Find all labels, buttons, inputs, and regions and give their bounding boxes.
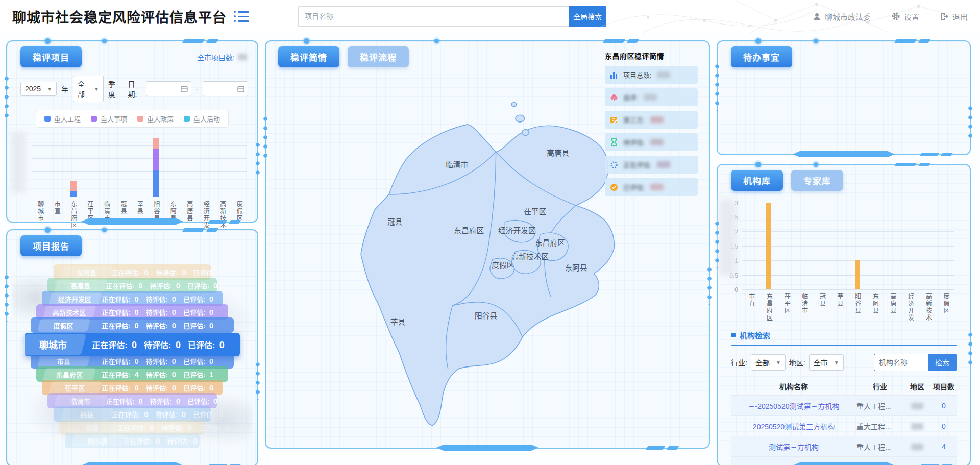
table-row[interactable]: 20250520测试第三方机构重大工程...0	[731, 415, 957, 436]
table-header-row: 机构名称行业地区项目数	[731, 378, 957, 395]
industry-select[interactable]: 全部▼	[751, 354, 786, 371]
x-axis-label: 高唐县	[186, 201, 192, 229]
tab-assessment-brief[interactable]: 稳评简情	[278, 46, 339, 67]
region-report-ribbon[interactable]: 阳谷县正在评估: 0待评估: 0已评估: 0	[65, 433, 200, 448]
org-search-filters: 行业: 全部▼ 地区: 全市▼ 检索	[731, 354, 957, 371]
date-start-input[interactable]	[146, 81, 191, 96]
redacted-y-axis	[11, 132, 26, 193]
global-search-button[interactable]: 全局搜索	[569, 6, 606, 27]
citywide-project-count: 全市项目数:	[197, 52, 247, 62]
bar-chart-icon	[610, 71, 618, 79]
district-label[interactable]: 高新技术区	[511, 253, 549, 261]
loading-icon	[610, 161, 618, 169]
settings-button[interactable]: 设置	[891, 11, 919, 22]
tab-org-library[interactable]: 机构库	[731, 170, 783, 191]
org-industry: 重大工程...	[856, 401, 903, 411]
logout-label: 退出	[952, 11, 968, 22]
org-name-input[interactable]	[874, 354, 928, 371]
user-menu[interactable]: 聊城市政法委	[813, 11, 871, 22]
panel-deco	[968, 104, 972, 143]
x-axis-label: 经济开发	[907, 293, 914, 322]
district-label[interactable]: 茌平区	[524, 208, 546, 216]
panel-todo: 待办事宜	[717, 40, 971, 155]
y-axis-tick: 0	[727, 286, 738, 293]
x-axis-label: 东昌府区	[70, 201, 77, 229]
projects-chart-x-labels: 聊城市市直东昌府区茌平区临清市冠县莘县阳谷县东阿县高唐县经济开发高新技术度假区	[32, 201, 247, 229]
panel-deco	[81, 462, 183, 465]
panel-deco	[707, 265, 712, 305]
org-name-link[interactable]: 20250520测试第三方机构	[731, 421, 856, 431]
tab-assessment-process[interactable]: 稳评流程	[348, 46, 409, 67]
date-label: 日期:	[128, 79, 141, 99]
panel-deco	[263, 114, 267, 163]
project-filters: 2025▼ 年 全部▼ 季度 日期: -	[7, 67, 257, 102]
x-axis-label: 市直	[748, 293, 754, 322]
org-name-link[interactable]: 三-20250520测试第三方机构	[731, 401, 856, 411]
panel-deco	[304, 38, 309, 44]
org-search-button[interactable]: 检索	[928, 354, 957, 371]
x-axis-label: 市直	[53, 201, 60, 229]
date-end-input[interactable]	[203, 81, 248, 96]
region-report-ribbon[interactable]: 聊城市正在评估: 0待评估: 0已评估: 0	[24, 333, 239, 356]
map-islet	[522, 130, 529, 136]
chart-bar	[70, 181, 77, 197]
industry-label: 行业:	[731, 357, 747, 368]
dashboard: 稳评项目 全市项目数: 2025▼ 年 全部▼ 季度 日期: - 重大工程重大	[0, 33, 980, 465]
hourglass-icon	[610, 138, 618, 146]
table-row[interactable]: 测试第三方机构重大工程...4	[731, 436, 957, 456]
search-input[interactable]	[298, 6, 569, 27]
x-axis-label: 东阿县	[169, 201, 176, 229]
hamburger-menu-icon[interactable]	[234, 11, 249, 22]
brief-stat-label: 自评:	[623, 92, 639, 102]
x-axis-label: 冠县	[818, 293, 825, 322]
region-select[interactable]: 全市▼	[809, 354, 844, 371]
chevron-down-icon: ▼	[776, 360, 781, 365]
org-table: 机构名称行业地区项目数三-20250520测试第三方机构重大工程...02025…	[731, 378, 957, 456]
legend-item[interactable]: 重大事项	[91, 114, 127, 124]
brief-stat-label: 第三方:	[623, 115, 645, 125]
table-header-cell: 地区	[903, 381, 931, 391]
org-region-redacted	[903, 443, 931, 451]
x-axis-label: 度假区	[235, 201, 242, 229]
panel-deco	[921, 153, 952, 156]
x-axis-label: 阳谷县	[854, 293, 861, 322]
district-label[interactable]: 高唐县	[547, 149, 569, 157]
chevron-down-icon: ▼	[47, 86, 52, 92]
district-label[interactable]: 临清市	[446, 161, 468, 169]
quarter-suffix: 季度	[108, 79, 120, 99]
x-axis-label: 东阿县	[871, 293, 878, 322]
district-label[interactable]: 度假区	[492, 261, 514, 270]
district-label[interactable]: 冠县	[387, 218, 402, 226]
district-label[interactable]: 东昌府区	[535, 239, 565, 247]
brief-stat-row: 第三方:	[605, 111, 698, 129]
brief-stat-label: 待评估:	[623, 137, 645, 147]
table-header-cell: 机构名称	[731, 381, 856, 391]
tab-expert-library[interactable]: 专家库	[791, 170, 843, 191]
legend-item[interactable]: 重大工程	[44, 114, 81, 124]
district-brief-title: 东昌府区稳评简情	[605, 51, 698, 61]
chart-bar	[153, 138, 159, 197]
panel-reports-title: 项目报告	[20, 235, 82, 256]
date-separator: -	[196, 85, 199, 93]
quarter-select[interactable]: 全部▼	[73, 76, 104, 102]
district-label[interactable]: 东阿县	[565, 264, 587, 272]
legend-item[interactable]: 重大政策	[137, 114, 174, 124]
brief-stat-row: 已评估:	[605, 178, 698, 196]
org-industry: 重大工程...	[856, 442, 903, 452]
org-search-section-title: 机构检索	[731, 330, 957, 346]
panel-deco	[647, 446, 678, 450]
table-row[interactable]: 三-20250520测试第三方机构重大工程...0	[731, 395, 957, 415]
district-label[interactable]: 经济开发区	[498, 227, 535, 235]
district-label[interactable]: 莘县	[390, 318, 405, 326]
region-report-ribbon[interactable]: 度假区正在评估: 0待评估: 0已评估: 0	[31, 317, 234, 333]
district-label[interactable]: 阳谷县	[475, 312, 497, 320]
logout-button[interactable]: 退出	[940, 11, 968, 22]
legend-item[interactable]: 重大活动	[184, 114, 220, 124]
district-brief-card: 东昌府区稳评简情 项目总数:自评:第三方:待评估:正在评估:已评估:	[605, 51, 698, 201]
district-label[interactable]: 东昌府区	[454, 227, 484, 235]
org-bar-chart: 00.511.522.53	[742, 203, 954, 290]
gear-icon	[891, 12, 900, 21]
year-select[interactable]: 2025▼	[20, 82, 57, 96]
org-name-link[interactable]: 测试第三方机构	[731, 442, 856, 452]
panel-deco	[436, 445, 538, 451]
